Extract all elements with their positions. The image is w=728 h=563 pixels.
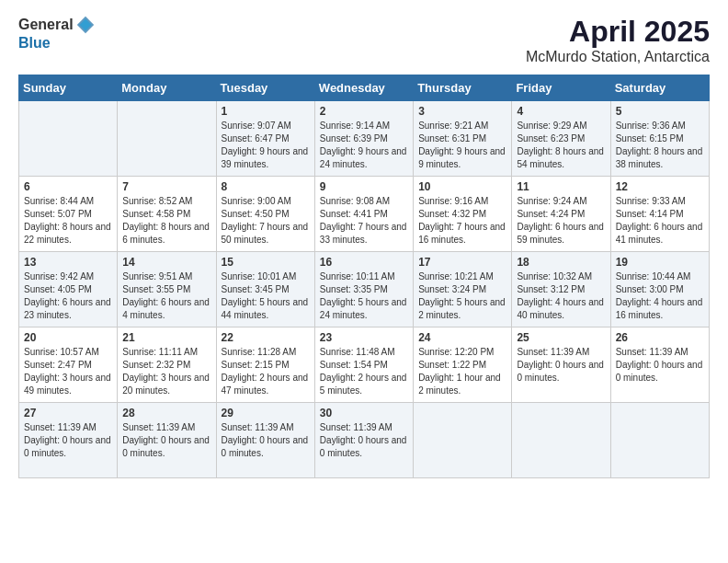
day-info: Sunset: 11:39 AMDaylight: 0 hours and 0 … [122, 421, 210, 460]
calendar-week-2: 6Sunrise: 8:44 AMSunset: 5:07 PMDaylight… [19, 177, 710, 252]
day-info: Sunset: 11:39 AMDaylight: 0 hours and 0 … [517, 346, 605, 385]
calendar-cell [512, 403, 610, 478]
day-number: 22 [222, 331, 310, 344]
day-number: 6 [24, 180, 112, 193]
day-info: Sunrise: 10:11 AMSunset: 3:35 PMDaylight… [320, 270, 408, 322]
calendar-cell: 14Sunrise: 9:51 AMSunset: 3:55 PMDayligh… [118, 252, 216, 327]
calendar-header-sunday: Sunday [19, 75, 118, 101]
calendar-cell: 7Sunrise: 8:52 AMSunset: 4:58 PMDaylight… [118, 177, 216, 252]
day-info: Sunrise: 10:01 AMSunset: 3:45 PMDaylight… [222, 270, 310, 322]
calendar-header-monday: Monday [118, 75, 216, 101]
calendar-week-4: 20Sunrise: 10:57 AMSunset: 2:47 PMDaylig… [19, 327, 710, 403]
day-number: 21 [122, 331, 210, 344]
calendar-cell: 30Sunset: 11:39 AMDaylight: 0 hours and … [314, 403, 413, 478]
calendar-cell: 28Sunset: 11:39 AMDaylight: 0 hours and … [118, 403, 216, 478]
calendar-week-5: 27Sunset: 11:39 AMDaylight: 0 hours and … [19, 403, 710, 478]
calendar-cell [118, 101, 216, 177]
day-info: Sunrise: 11:28 AMSunset: 2:15 PMDaylight… [222, 346, 310, 397]
subtitle: McMurdo Station, Antarctica [526, 49, 710, 65]
day-info: Sunrise: 8:52 AMSunset: 4:58 PMDaylight:… [122, 195, 210, 247]
day-number: 18 [517, 256, 605, 269]
day-info: Sunrise: 11:48 AMSunset: 1:54 PMDaylight… [320, 346, 408, 397]
calendar-header-tuesday: Tuesday [216, 75, 314, 101]
calendar-header-row: SundayMondayTuesdayWednesdayThursdayFrid… [19, 75, 710, 101]
calendar-cell: 13Sunrise: 9:42 AMSunset: 4:05 PMDayligh… [19, 252, 118, 327]
calendar-cell: 11Sunrise: 9:24 AMSunset: 4:24 PMDayligh… [512, 177, 610, 252]
calendar-cell: 24Sunrise: 12:20 PMSunset: 1:22 PMDaylig… [414, 327, 512, 403]
day-number: 4 [517, 105, 605, 118]
calendar-cell: 29Sunset: 11:39 AMDaylight: 0 hours and … [216, 403, 314, 478]
day-number: 23 [320, 331, 408, 344]
calendar-cell: 10Sunrise: 9:16 AMSunset: 4:32 PMDayligh… [414, 177, 512, 252]
header: General Blue April 2025 McMurdo Station,… [18, 15, 710, 65]
day-number: 28 [122, 407, 210, 419]
title-area: April 2025 McMurdo Station, Antarctica [526, 15, 710, 65]
day-number: 9 [320, 180, 408, 193]
calendar-cell: 21Sunrise: 11:11 AMSunset: 2:32 PMDaylig… [118, 327, 216, 403]
day-info: Sunrise: 9:21 AMSunset: 6:31 PMDaylight:… [418, 120, 506, 171]
day-number: 20 [24, 331, 112, 344]
day-info: Sunrise: 9:00 AMSunset: 4:50 PMDaylight:… [222, 195, 310, 247]
day-number: 1 [222, 105, 310, 118]
day-number: 13 [24, 256, 112, 269]
logo-blue: Blue [18, 35, 51, 51]
calendar-cell: 3Sunrise: 9:21 AMSunset: 6:31 PMDaylight… [414, 101, 512, 177]
day-number: 29 [222, 407, 310, 419]
day-info: Sunset: 11:39 AMDaylight: 0 hours and 0 … [320, 421, 408, 460]
day-info: Sunrise: 8:44 AMSunset: 5:07 PMDaylight:… [24, 195, 112, 247]
day-info: Sunrise: 10:21 AMSunset: 3:24 PMDaylight… [418, 270, 506, 322]
day-number: 3 [418, 105, 506, 118]
day-number: 2 [320, 105, 408, 118]
calendar-cell: 15Sunrise: 10:01 AMSunset: 3:45 PMDaylig… [216, 252, 314, 327]
calendar-header-friday: Friday [512, 75, 610, 101]
calendar-cell: 22Sunrise: 11:28 AMSunset: 2:15 PMDaylig… [216, 327, 314, 403]
day-number: 17 [418, 256, 506, 269]
calendar-cell: 2Sunrise: 9:14 AMSunset: 6:39 PMDaylight… [314, 101, 413, 177]
day-info: Sunrise: 9:42 AMSunset: 4:05 PMDaylight:… [24, 270, 112, 322]
day-number: 8 [222, 180, 310, 193]
calendar-header-thursday: Thursday [414, 75, 512, 101]
day-info: Sunrise: 11:11 AMSunset: 2:32 PMDaylight… [122, 346, 210, 397]
day-number: 19 [616, 256, 704, 269]
day-number: 12 [616, 180, 704, 193]
calendar-header-saturday: Saturday [610, 75, 709, 101]
calendar-cell: 8Sunrise: 9:00 AMSunset: 4:50 PMDaylight… [216, 177, 314, 252]
page: General Blue April 2025 McMurdo Station,… [0, 0, 728, 563]
day-info: Sunrise: 10:44 AMSunset: 3:00 PMDaylight… [616, 270, 704, 322]
calendar-cell: 5Sunrise: 9:36 AMSunset: 6:15 PMDaylight… [610, 101, 709, 177]
day-number: 30 [320, 407, 408, 419]
day-number: 24 [418, 331, 506, 344]
calendar-cell: 23Sunrise: 11:48 AMSunset: 1:54 PMDaylig… [314, 327, 413, 403]
day-info: Sunrise: 10:57 AMSunset: 2:47 PMDaylight… [24, 346, 112, 397]
day-number: 27 [24, 407, 112, 419]
logo-icon [75, 15, 96, 35]
day-info: Sunrise: 9:33 AMSunset: 4:14 PMDaylight:… [616, 195, 704, 247]
day-info: Sunrise: 9:36 AMSunset: 6:15 PMDaylight:… [616, 120, 704, 171]
day-info: Sunset: 11:39 AMDaylight: 0 hours and 0 … [616, 346, 704, 385]
calendar-cell: 1Sunrise: 9:07 AMSunset: 6:47 PMDaylight… [216, 101, 314, 177]
calendar-header-wednesday: Wednesday [314, 75, 413, 101]
day-info: Sunrise: 9:08 AMSunset: 4:41 PMDaylight:… [320, 195, 408, 247]
calendar-cell: 20Sunrise: 10:57 AMSunset: 2:47 PMDaylig… [19, 327, 118, 403]
day-number: 15 [222, 256, 310, 269]
calendar-week-3: 13Sunrise: 9:42 AMSunset: 4:05 PMDayligh… [19, 252, 710, 327]
calendar: SundayMondayTuesdayWednesdayThursdayFrid… [18, 75, 710, 478]
day-number: 14 [122, 256, 210, 269]
day-info: Sunrise: 9:16 AMSunset: 4:32 PMDaylight:… [418, 195, 506, 247]
logo: General Blue [18, 15, 96, 52]
calendar-cell: 4Sunrise: 9:29 AMSunset: 6:23 PMDaylight… [512, 101, 610, 177]
day-info: Sunset: 11:39 AMDaylight: 0 hours and 0 … [222, 421, 310, 460]
day-info: Sunrise: 9:51 AMSunset: 3:55 PMDaylight:… [122, 270, 210, 322]
day-info: Sunrise: 12:20 PMSunset: 1:22 PMDaylight… [418, 346, 506, 397]
day-info: Sunrise: 9:14 AMSunset: 6:39 PMDaylight:… [320, 120, 408, 171]
day-number: 16 [320, 256, 408, 269]
main-title: April 2025 [526, 15, 710, 49]
calendar-cell: 9Sunrise: 9:08 AMSunset: 4:41 PMDaylight… [314, 177, 413, 252]
day-info: Sunrise: 9:24 AMSunset: 4:24 PMDaylight:… [517, 195, 605, 247]
day-number: 11 [517, 180, 605, 193]
calendar-cell: 27Sunset: 11:39 AMDaylight: 0 hours and … [19, 403, 118, 478]
calendar-cell: 25Sunset: 11:39 AMDaylight: 0 hours and … [512, 327, 610, 403]
calendar-cell: 19Sunrise: 10:44 AMSunset: 3:00 PMDaylig… [610, 252, 709, 327]
day-info: Sunrise: 10:32 AMSunset: 3:12 PMDaylight… [517, 270, 605, 322]
calendar-cell: 18Sunrise: 10:32 AMSunset: 3:12 PMDaylig… [512, 252, 610, 327]
